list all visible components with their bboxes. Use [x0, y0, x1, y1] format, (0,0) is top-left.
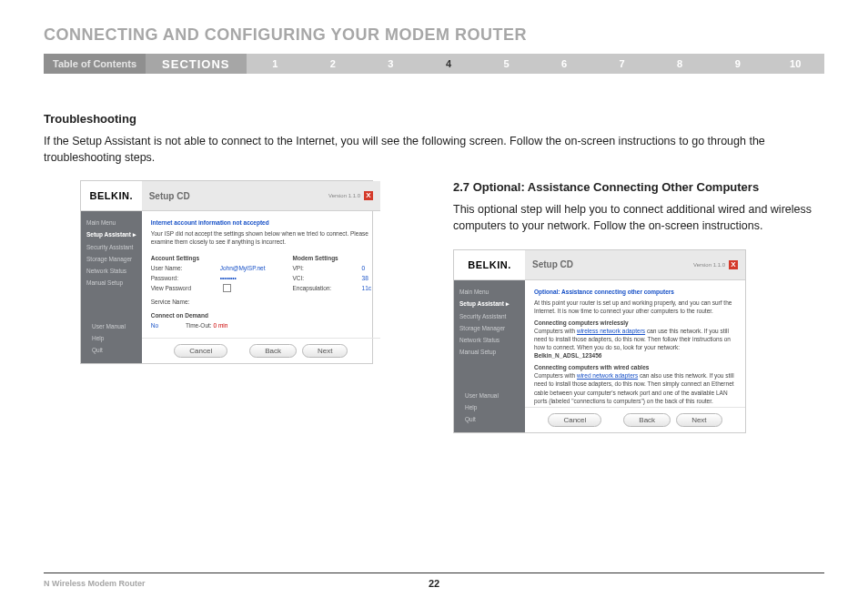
- wireless-adapters-link[interactable]: wireless network adapters: [577, 328, 645, 334]
- section-2[interactable]: 2: [304, 54, 362, 74]
- encapsulation-value: 11c: [362, 284, 371, 292]
- section-4[interactable]: 4: [419, 54, 478, 74]
- section-3[interactable]: 3: [362, 54, 420, 74]
- page-number: 22: [44, 578, 824, 589]
- vpi-value: 0: [362, 264, 366, 272]
- optional-p1: At this point your router is set up and …: [534, 299, 736, 315]
- close-icon[interactable]: X: [364, 191, 373, 200]
- password-value: ••••••••: [220, 274, 237, 282]
- network-name: Belkin_N_ADSL_123456: [534, 352, 601, 359]
- belkin-logo: BELKIN.: [454, 250, 525, 280]
- troubleshooting-heading: Troubleshooting: [44, 112, 824, 126]
- section-8[interactable]: 8: [651, 54, 709, 74]
- version-label: Version 1.1.0: [328, 193, 360, 198]
- wireless-heading: Connecting computers wirelessly: [534, 319, 736, 327]
- sidebar-item[interactable]: Help: [92, 332, 131, 344]
- sections-label: SECTIONS: [146, 54, 246, 74]
- wired-adapters-link[interactable]: wired network adapters: [577, 372, 638, 379]
- section-6[interactable]: 6: [535, 54, 593, 74]
- section-5[interactable]: 5: [478, 54, 536, 74]
- encapsulation-label: Encapsulation:: [293, 284, 335, 292]
- sidebar-item[interactable]: Security Assistant: [459, 310, 520, 322]
- wired-heading: Connecting computers with wired cables: [534, 363, 736, 371]
- sidebar-item[interactable]: Security Assistant: [86, 241, 136, 253]
- sidebar-item[interactable]: Network Status: [86, 265, 136, 277]
- sidebar-item[interactable]: Help: [465, 401, 514, 413]
- connect-on-demand-heading: Connect on Demand: [151, 311, 266, 319]
- account-settings-heading: Account Settings: [151, 254, 266, 262]
- sidebar-item[interactable]: Manual Setup: [86, 277, 136, 289]
- section-7[interactable]: 7: [593, 54, 651, 74]
- timeout-value: 0 min: [213, 322, 227, 329]
- sidebar-item[interactable]: Main Menu: [459, 286, 520, 298]
- optional-heading: 2.7 Optional: Assistance Connecting Othe…: [453, 180, 824, 194]
- view-password-label: View Password: [151, 284, 193, 292]
- section-9[interactable]: 9: [709, 54, 767, 74]
- username-value: John@MyISP.net: [220, 264, 266, 272]
- timeout-label: Time-Out:: [186, 322, 212, 329]
- section-10[interactable]: 10: [766, 54, 824, 74]
- sidebar-item[interactable]: Setup Assistant ▸: [459, 298, 520, 310]
- optional-text: This optional step will help you to conn…: [453, 201, 824, 234]
- password-label: Password:: [151, 274, 193, 282]
- optional-headline: Optional: Assistance connecting other co…: [534, 288, 736, 296]
- cancel-button[interactable]: Cancel: [174, 344, 227, 358]
- error-headline: Internet account information not accepte…: [151, 218, 371, 227]
- sidebar-item[interactable]: Manual Setup: [459, 346, 520, 358]
- sidebar-item[interactable]: Quit: [465, 413, 514, 425]
- sidebar-item[interactable]: Quit: [92, 344, 131, 356]
- section-navbar: Table of Contents SECTIONS 12345678910: [44, 54, 824, 74]
- back-button[interactable]: Back: [249, 344, 297, 358]
- error-desc: Your ISP did not accept the settings sho…: [151, 229, 371, 246]
- screenshot-troubleshooting: BELKIN. Main MenuSetup Assistant ▸Securi…: [80, 180, 373, 364]
- troubleshooting-text: If the Setup Assistant is not able to co…: [44, 133, 824, 166]
- vci-value: 38: [362, 274, 368, 282]
- view-password-checkbox[interactable]: [223, 284, 231, 292]
- service-name-label: Service Name:: [151, 298, 193, 306]
- sidebar-item[interactable]: Storage Manager: [86, 253, 136, 265]
- wired-text: Computers with wired network adapters ca…: [534, 371, 736, 404]
- window-title: Setup CD: [532, 259, 573, 269]
- back-button[interactable]: Back: [623, 413, 671, 427]
- sidebar-item[interactable]: Network Status: [459, 334, 520, 346]
- close-icon[interactable]: X: [729, 260, 738, 269]
- section-1[interactable]: 1: [247, 54, 305, 74]
- sidebar-item[interactable]: Main Menu: [86, 217, 136, 228]
- cod-no: No: [151, 321, 158, 329]
- next-button[interactable]: Next: [302, 344, 348, 358]
- window-title: Setup CD: [149, 191, 190, 201]
- vci-label: VCI:: [293, 274, 335, 282]
- sidebar-item[interactable]: User Manual: [465, 390, 514, 401]
- vpi-label: VPI:: [293, 264, 335, 272]
- sidebar-item[interactable]: Setup Assistant ▸: [86, 228, 136, 241]
- sidebar-item[interactable]: Storage Manager: [459, 322, 520, 334]
- screenshot-optional: BELKIN. Main MenuSetup Assistant ▸Securi…: [453, 249, 746, 433]
- belkin-logo: BELKIN.: [81, 181, 142, 211]
- toc-link[interactable]: Table of Contents: [44, 54, 146, 74]
- sidebar-item[interactable]: User Manual: [92, 320, 131, 332]
- cancel-button[interactable]: Cancel: [548, 413, 601, 427]
- wireless-text: Computers with wireless network adapters…: [534, 327, 736, 360]
- modem-settings-heading: Modem Settings: [293, 254, 371, 262]
- page-title: CONNECTING AND CONFIGURING YOUR MODEM RO…: [44, 25, 824, 45]
- version-label: Version 1.1.0: [693, 262, 725, 268]
- next-button[interactable]: Next: [676, 413, 722, 427]
- username-label: User Name:: [151, 264, 193, 272]
